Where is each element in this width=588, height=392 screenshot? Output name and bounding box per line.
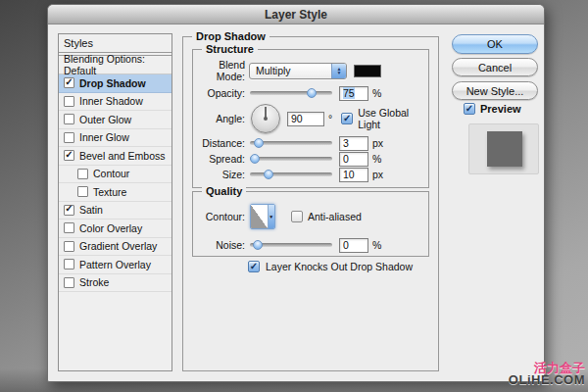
angle-unit: ° [328,113,332,124]
window-title: Layer Style [265,8,327,22]
layer-style-dialog: Layer Style Styles Blending Options: Def… [47,4,545,382]
layer-knockout-checkbox[interactable]: ✓ [248,261,260,272]
ok-button[interactable]: OK [452,34,538,54]
sidebar-item-pattern-overlay[interactable]: Pattern Overlay [59,256,172,274]
spread-slider[interactable] [250,157,332,161]
shadow-color-swatch[interactable] [354,65,381,77]
blend-mode-value: Multiply [250,65,331,76]
opacity-label: Opacity: [193,87,249,99]
sidebar-header-styles[interactable]: Styles [59,34,172,53]
sidebar-item-gradient-overlay[interactable]: Gradient Overlay [59,238,172,257]
sidebar-item-stroke[interactable]: Stroke [59,274,172,293]
checkbox-unchecked-icon[interactable] [64,132,74,143]
noise-slider[interactable] [250,243,332,247]
size-slider-thumb[interactable] [264,170,273,179]
angle-hub-icon [264,117,268,121]
cancel-button[interactable]: Cancel [452,58,538,76]
quality-group: Quality Contour: ▼ Anti-aliased Noise: 0 [192,191,429,257]
sidebar-item-blending-options[interactable]: Blending Options: Default [59,56,172,74]
structure-group: Structure Blend Mode: Multiply ▲▼ Opacit… [192,49,429,188]
checkbox-checked-icon[interactable]: ✓ [64,150,74,161]
sidebar-item-satin[interactable]: ✓ Satin [59,202,172,220]
spread-label: Spread: [193,153,249,165]
contour-picker[interactable]: ▼ [250,204,275,229]
opacity-row: Opacity: 75 % [193,84,381,102]
anti-aliased-label: Anti-aliased [308,211,362,222]
preview-label: Preview [480,103,521,115]
noise-label: Noise: [193,239,249,251]
distance-unit: px [372,137,383,149]
size-unit: px [372,169,383,180]
structure-group-title: Structure [202,43,258,55]
use-global-light-checkbox[interactable]: ✓ [341,113,353,124]
sidebar-item-color-overlay[interactable]: Color Overlay [59,220,172,238]
contour-row: Contour: ▼ Anti-aliased [193,203,362,230]
distance-slider-thumb[interactable] [254,138,264,148]
angle-label: Angle: [193,113,249,124]
sidebar-item-drop-shadow[interactable]: ✓ Drop Shadow [59,74,172,93]
checkbox-unchecked-icon[interactable] [64,96,74,107]
sidebar-item-inner-glow[interactable]: Inner Glow [59,129,172,148]
contour-label: Contour: [193,211,249,222]
checkbox-unchecked-icon[interactable] [77,186,88,197]
preview-row: ✓ Preview [464,103,521,115]
size-slider[interactable] [250,172,332,176]
noise-unit: % [372,239,381,251]
checkbox-checked-icon[interactable]: ✓ [64,77,74,88]
opacity-field[interactable]: 75 [339,86,368,101]
opacity-unit: % [372,87,381,99]
distance-label: Distance: [193,137,249,149]
styles-sidebar: Styles Blending Options: Default ✓ Drop … [58,33,172,371]
preview-thumbnail [468,123,539,174]
spread-field[interactable]: 0 [339,152,368,167]
checkbox-unchecked-icon[interactable] [64,259,74,270]
preview-shadow-square [487,131,522,167]
distance-slider[interactable] [250,141,332,145]
noise-field[interactable]: 0 [339,238,368,253]
watermark: 活力盒子 OLiHE.COM [509,363,585,386]
spread-unit: % [372,153,381,165]
noise-slider-thumb[interactable] [253,240,263,250]
checkbox-checked-icon[interactable]: ✓ [64,205,74,216]
panel-title: Drop Shadow [192,30,270,42]
blend-mode-label: Blend Mode: [193,59,249,82]
sidebar-item-texture[interactable]: Texture [59,183,172,202]
checkbox-unchecked-icon[interactable] [77,169,88,179]
new-style-button[interactable]: New Style... [452,81,538,100]
sidebar-item-bevel-and-emboss[interactable]: ✓ Bevel and Emboss [59,147,172,166]
checkbox-unchecked-icon[interactable] [64,114,74,124]
drop-shadow-panel: Drop Shadow Structure Blend Mode: Multip… [182,36,439,371]
layer-knockout-label: Layer Knocks Out Drop Shadow [266,261,413,272]
distance-field[interactable]: 3 [339,136,368,151]
use-global-light-label: Use Global Light [358,107,428,130]
quality-group-title: Quality [202,185,246,197]
blend-mode-row: Blend Mode: Multiply ▲▼ [193,62,381,79]
anti-aliased-checkbox[interactable] [291,211,303,222]
size-field[interactable]: 10 [339,168,368,182]
noise-row: Noise: 0 % [193,236,381,254]
sidebar-item-contour[interactable]: Contour [59,166,172,184]
knockout-row: ✓ Layer Knocks Out Drop Shadow [248,261,413,272]
angle-dial[interactable] [251,104,280,133]
opacity-slider-thumb[interactable] [307,88,317,98]
opacity-slider[interactable] [250,91,332,95]
sidebar-item-outer-glow[interactable]: Outer Glow [59,111,172,129]
checkbox-unchecked-icon[interactable] [64,277,74,288]
preview-checkbox[interactable]: ✓ [464,103,475,115]
popup-stepper-icon: ▲▼ [331,64,346,78]
checkbox-unchecked-icon[interactable] [64,222,74,233]
spread-slider-thumb[interactable] [250,154,260,164]
size-label: Size: [193,169,249,180]
angle-row: Angle: 90 ° ✓ Use Global Light [193,104,428,133]
title-bar[interactable]: Layer Style [48,5,544,24]
size-row: Size: 10 px [193,166,383,183]
angle-field[interactable]: 90 [287,112,324,126]
checkbox-unchecked-icon[interactable] [64,241,74,252]
contour-dropdown-icon[interactable]: ▼ [268,205,274,228]
contour-linear-icon [251,205,268,228]
sidebar-item-inner-shadow[interactable]: Inner Shadow [59,93,172,112]
watermark-site: OLiHE.COM [509,374,585,386]
blend-mode-select[interactable]: Multiply ▲▼ [249,63,347,79]
